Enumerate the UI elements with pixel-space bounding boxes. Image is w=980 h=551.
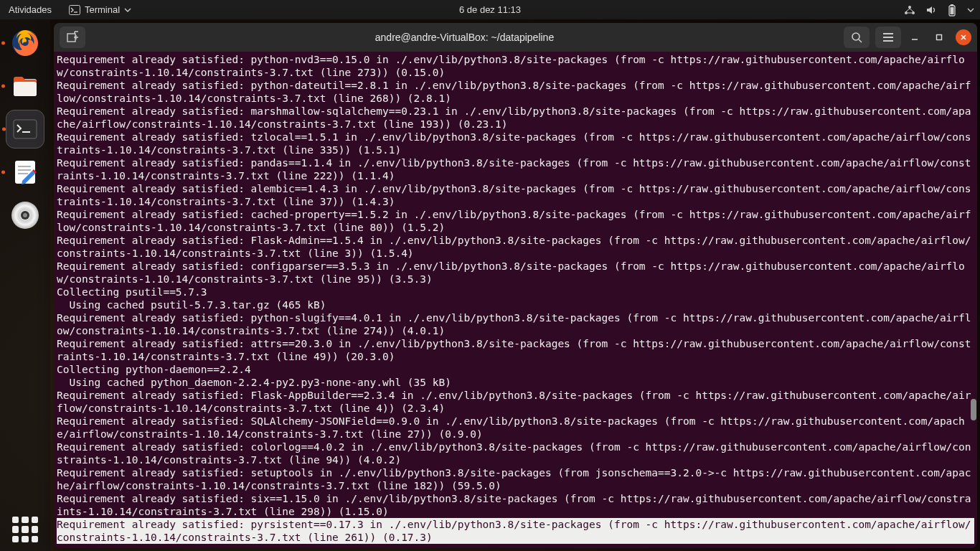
- terminal-line: Collecting psutil==5.7.3: [57, 286, 974, 298]
- svg-rect-0: [69, 5, 80, 14]
- dock-item-files[interactable]: [6, 67, 44, 105]
- terminal-line: Requirement already satisfied: cached-pr…: [57, 208, 974, 234]
- app-menu[interactable]: Terminal: [69, 4, 131, 16]
- svg-rect-7: [951, 7, 954, 14]
- terminal-line: Requirement already satisfied: pyrsisten…: [57, 518, 974, 544]
- terminal-line: Requirement already satisfied: python-da…: [57, 79, 974, 105]
- hamburger-icon: [882, 32, 894, 42]
- window-title: andre@andre-VirtualBox: ~/datapipeline: [91, 32, 838, 43]
- app-menu-label: Terminal: [85, 4, 120, 15]
- scrollbar[interactable]: [970, 52, 977, 548]
- svg-rect-6: [951, 4, 953, 6]
- terminal-line: Requirement already satisfied: Flask-App…: [57, 389, 974, 415]
- menu-button[interactable]: [875, 27, 901, 48]
- chevron-down-icon: [124, 8, 131, 12]
- top-panel: Atividades Terminal 6 de dez 11:13: [0, 0, 980, 19]
- terminal-icon: [69, 4, 80, 16]
- terminal-line: Requirement already satisfied: pandas==1…: [57, 156, 974, 182]
- svg-point-3: [905, 11, 908, 14]
- svg-point-19: [23, 213, 27, 217]
- terminal-window: andre@andre-VirtualBox: ~/datapipeline R…: [54, 23, 977, 548]
- svg-point-2: [908, 6, 911, 9]
- terminal-line: Collecting python-daemon==2.2.4: [57, 363, 974, 376]
- svg-rect-10: [14, 82, 37, 96]
- terminal-line: Requirement already satisfied: marshmall…: [57, 105, 974, 131]
- terminal-line: Requirement already satisfied: configpar…: [57, 260, 974, 286]
- dock: [0, 19, 50, 551]
- svg-point-25: [852, 33, 859, 40]
- search-icon: [851, 32, 862, 43]
- terminal-output[interactable]: Requirement already satisfied: python-nv…: [54, 52, 977, 548]
- activities-button[interactable]: Atividades: [6, 4, 55, 15]
- svg-rect-31: [937, 35, 942, 40]
- scrollbar-thumb[interactable]: [971, 399, 976, 420]
- terminal-line: Requirement already satisfied: attrs==20…: [57, 337, 974, 363]
- clock[interactable]: 6 de dez 11:13: [459, 4, 521, 15]
- new-tab-button[interactable]: [60, 27, 85, 48]
- dock-item-text-editor[interactable]: [6, 153, 44, 192]
- terminal-line: Requirement already satisfied: python-nv…: [57, 53, 974, 79]
- chevron-down-icon[interactable]: [967, 8, 974, 12]
- close-button[interactable]: [956, 29, 971, 45]
- terminal-line: Requirement already satisfied: alembic==…: [57, 182, 974, 208]
- volume-icon[interactable]: [925, 5, 937, 15]
- terminal-line: Requirement already satisfied: Flask-Adm…: [57, 234, 974, 260]
- terminal-line: Using cached psutil-5.7.3.tar.gz (465 kB…: [57, 298, 974, 311]
- terminal-line: Requirement already satisfied: python-sl…: [57, 311, 974, 337]
- maximize-button[interactable]: [931, 29, 947, 45]
- terminal-line: Requirement already satisfied: colorlog=…: [57, 441, 974, 466]
- show-applications-button[interactable]: [12, 517, 38, 542]
- terminal-line: Requirement already satisfied: setuptool…: [57, 466, 974, 492]
- svg-line-26: [859, 39, 862, 42]
- svg-point-4: [912, 11, 915, 14]
- terminal-line: Requirement already satisfied: SQLAlchem…: [57, 415, 974, 441]
- terminal-line: Requirement already satisfied: six==1.15…: [57, 492, 974, 518]
- terminal-line: Requirement already satisfied: tzlocal==…: [57, 131, 974, 156]
- dock-item-firefox[interactable]: [6, 24, 44, 62]
- search-button[interactable]: [844, 27, 870, 48]
- dock-item-terminal[interactable]: [6, 110, 44, 149]
- network-icon[interactable]: [904, 5, 915, 15]
- terminal-titlebar: andre@andre-VirtualBox: ~/datapipeline: [54, 23, 977, 52]
- battery-icon[interactable]: [947, 4, 957, 17]
- dock-item-disc[interactable]: [6, 196, 44, 235]
- terminal-line: Using cached python_daemon-2.2.4-py2.py3…: [57, 376, 974, 389]
- svg-rect-11: [14, 120, 37, 138]
- minimize-button[interactable]: [907, 29, 923, 45]
